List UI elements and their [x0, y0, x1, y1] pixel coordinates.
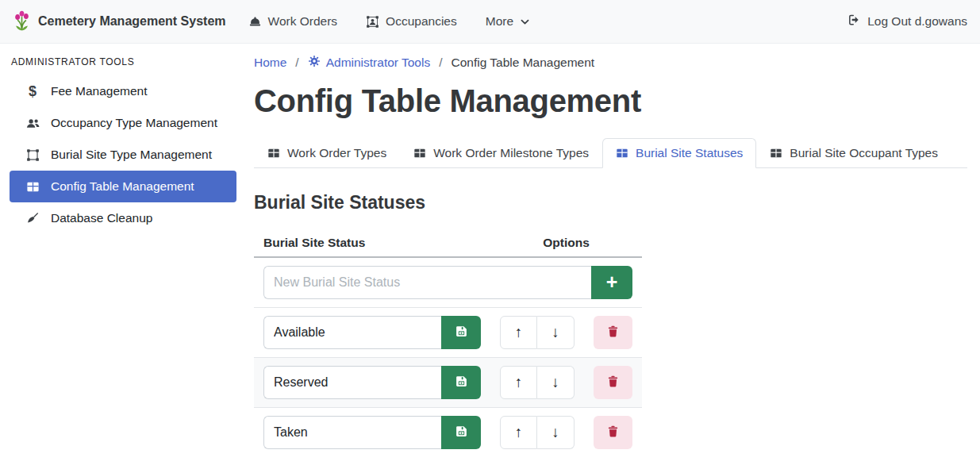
tab-burial-site-statuses[interactable]: Burial Site Statuses — [602, 138, 756, 168]
breadcrumb-home-link[interactable]: Home — [254, 56, 286, 70]
sidebar: ADMINISTRATOR TOOLS $ Fee Management Occ… — [0, 44, 246, 469]
sidebar-header: ADMINISTRATOR TOOLS — [10, 50, 236, 75]
new-status-row: + — [254, 257, 642, 308]
dollar-icon: $ — [24, 84, 41, 98]
table-icon — [770, 147, 782, 160]
reorder-group: ↑ ↓ — [500, 416, 575, 449]
sidebar-item-config-table-management[interactable]: Config Table Management — [10, 171, 236, 202]
tab-bar: Work Order Types Work Order Milestone Ty… — [254, 138, 967, 168]
status-input[interactable] — [263, 416, 441, 449]
delete-button[interactable] — [594, 366, 632, 399]
logout-button[interactable]: Log Out d.gowans — [847, 13, 967, 30]
nav-work-orders-label: Work Orders — [268, 14, 338, 29]
top-navbar: Cemetery Management System Work Orders — [0, 0, 980, 44]
sidebar-item-label: Config Table Management — [51, 179, 194, 194]
tab-burial-site-occupant-types[interactable]: Burial Site Occupant Types — [756, 138, 951, 168]
vector-square-icon — [24, 148, 41, 162]
hard-hat-icon — [248, 15, 262, 29]
nav-occupancies[interactable]: Occupancies — [366, 14, 457, 29]
main-layout: ADMINISTRATOR TOOLS $ Fee Management Occ… — [0, 44, 980, 469]
tab-label: Burial Site Statuses — [636, 146, 743, 160]
save-icon — [455, 425, 468, 440]
move-down-button[interactable]: ↓ — [537, 366, 575, 399]
save-button[interactable] — [441, 316, 481, 349]
save-button[interactable] — [441, 366, 481, 399]
move-down-button[interactable]: ↓ — [537, 316, 575, 349]
sidebar-item-database-cleanup[interactable]: Database Cleanup — [10, 202, 236, 234]
table-icon — [24, 180, 41, 194]
column-header-options: Options — [490, 229, 642, 257]
sidebar-item-burial-site-type-management[interactable]: Burial Site Type Management — [10, 139, 236, 171]
move-up-button[interactable]: ↑ — [500, 416, 537, 449]
tab-work-order-milestone-types[interactable]: Work Order Milestone Types — [400, 138, 602, 168]
sidebar-item-label: Fee Management — [51, 84, 148, 98]
breadcrumb-home-label: Home — [254, 56, 286, 70]
reorder-group: ↑ ↓ — [500, 316, 575, 349]
sidebar-item-label: Burial Site Type Management — [51, 148, 212, 162]
tab-label: Work Order Milestone Types — [433, 146, 589, 160]
breadcrumb-current: Config Table Management — [452, 56, 595, 70]
column-header-status: Burial Site Status — [254, 229, 490, 257]
arrow-down-icon: ↓ — [551, 424, 559, 441]
delete-button[interactable] — [594, 416, 632, 449]
sidebar-item-occupancy-type-management[interactable]: Occupancy Type Management — [10, 107, 236, 139]
chevron-down-icon — [520, 17, 530, 27]
nav-more-label: More — [486, 14, 513, 29]
table-icon — [413, 147, 426, 160]
save-icon — [455, 375, 468, 390]
plus-icon: + — [606, 272, 618, 292]
add-button[interactable]: + — [591, 266, 632, 299]
statuses-table: Burial Site Status Options + — [254, 229, 642, 457]
table-row-available: ↑ ↓ — [254, 308, 642, 358]
breadcrumb: Home / — [254, 55, 967, 71]
arrow-up-icon: ↑ — [515, 424, 523, 441]
nav-more[interactable]: More — [486, 14, 530, 29]
sidebar-item-label: Occupancy Type Management — [51, 116, 217, 130]
table-icon — [616, 147, 628, 160]
arrow-down-icon: ↓ — [551, 374, 559, 391]
brand-link[interactable]: Cemetery Management System — [13, 10, 226, 34]
move-up-button[interactable]: ↑ — [500, 366, 537, 399]
move-up-button[interactable]: ↑ — [500, 316, 537, 349]
logout-label: Log Out d.gowans — [867, 14, 967, 29]
arrow-up-icon: ↑ — [515, 374, 523, 391]
tab-label: Burial Site Occupant Types — [790, 146, 938, 160]
move-down-button[interactable]: ↓ — [537, 416, 575, 449]
arrow-up-icon: ↑ — [515, 324, 523, 341]
save-icon — [455, 325, 468, 340]
app-root: Cemetery Management System Work Orders — [0, 0, 980, 469]
sidebar-item-fee-management[interactable]: $ Fee Management — [10, 75, 236, 107]
arrow-down-icon: ↓ — [551, 324, 559, 341]
sidebar-item-label: Database Cleanup — [51, 211, 152, 225]
table-row-taken: ↑ ↓ — [254, 408, 642, 458]
breadcrumb-separator: / — [295, 56, 298, 70]
breadcrumb-separator: / — [439, 56, 442, 70]
section-heading: Burial Site Statuses — [254, 192, 967, 213]
new-status-input[interactable] — [263, 266, 591, 299]
trash-icon — [606, 325, 620, 340]
trash-icon — [606, 375, 620, 390]
gear-icon — [308, 55, 321, 71]
nav-work-orders[interactable]: Work Orders — [248, 14, 338, 29]
tab-label: Work Order Types — [287, 146, 386, 160]
reorder-group: ↑ ↓ — [500, 366, 575, 399]
nav-occupancies-label: Occupancies — [386, 14, 457, 29]
sign-out-icon — [847, 13, 861, 30]
table-icon — [267, 147, 280, 160]
trash-icon — [606, 425, 620, 440]
users-icon — [24, 116, 41, 131]
occupancy-viewfinder-icon — [366, 15, 379, 29]
delete-button[interactable] — [594, 316, 632, 349]
breadcrumb-admin-tools-label: Administrator Tools — [326, 56, 431, 70]
save-button[interactable] — [441, 416, 481, 449]
tab-work-order-types[interactable]: Work Order Types — [254, 138, 400, 168]
tulips-logo-icon — [13, 10, 31, 34]
primary-nav: Work Orders — [248, 14, 531, 29]
brand-title: Cemetery Management System — [38, 14, 226, 29]
main-content: Home / — [246, 44, 980, 469]
status-input[interactable] — [263, 316, 441, 349]
table-header-row: Burial Site Status Options — [254, 229, 642, 257]
breadcrumb-admin-tools-link[interactable]: Administrator Tools — [308, 55, 431, 71]
status-input[interactable] — [263, 366, 441, 399]
broom-icon — [24, 211, 41, 225]
